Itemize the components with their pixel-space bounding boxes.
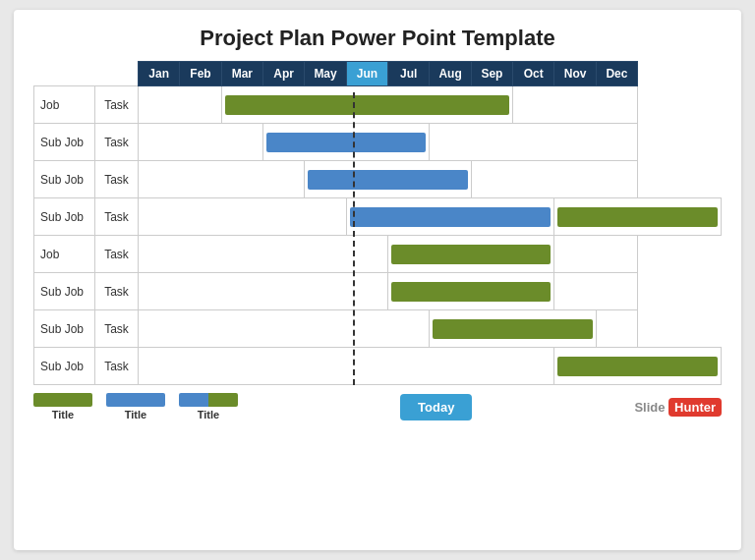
row-task-label: Task (95, 161, 139, 198)
task-bar (433, 319, 592, 339)
header-sep: Sep (471, 62, 512, 86)
gantt-empty-cell (596, 310, 637, 348)
row-type-label: Sub Job (34, 348, 95, 385)
gantt-bar-cell (221, 86, 512, 124)
table-row: Sub JobTask (34, 161, 722, 198)
row-task-label: Task (95, 273, 139, 310)
header-empty2 (95, 62, 139, 86)
table-row: Sub JobTask (34, 198, 722, 236)
header-aug: Aug (430, 62, 471, 86)
legend: Title Title Title (33, 393, 238, 420)
row-type-label: Sub Job (34, 198, 95, 236)
legend-bar-blue (106, 393, 165, 407)
row-task-label: Task (95, 124, 139, 161)
gantt-empty-cell (139, 124, 263, 161)
gantt-empty-cell (139, 310, 430, 348)
row-task-label: Task (95, 348, 139, 385)
task-bar (391, 282, 551, 302)
gantt-empty-cell (471, 161, 637, 198)
slide-title: Project Plan Power Point Template (33, 26, 722, 51)
gantt-table-container: Jan Feb Mar Apr May Jun Jul Aug Sep Oct … (33, 61, 722, 385)
row-task-label: Task (95, 236, 139, 273)
gantt-empty-cell (554, 236, 638, 273)
table-row: JobTask (34, 236, 722, 273)
table-row: Sub JobTask (34, 124, 722, 161)
legend-label-green: Title (52, 409, 74, 420)
legend-label-blue: Title (125, 409, 146, 420)
row-task-label: Task (95, 310, 139, 348)
row-task-label: Task (95, 198, 139, 236)
task-bar (308, 170, 467, 190)
gantt-empty-cell (139, 273, 388, 310)
gantt-bar-cell (305, 161, 471, 198)
row-type-label: Sub Job (34, 310, 95, 348)
table-row: Sub JobTask (34, 348, 722, 385)
header-oct: Oct (513, 62, 554, 86)
row-type-label: Sub Job (34, 273, 95, 310)
gantt-empty-cell (139, 161, 305, 198)
today-button[interactable]: Today (400, 394, 472, 420)
gantt-empty-cell (513, 86, 638, 124)
header-nov: Nov (554, 62, 596, 86)
slide-container: Project Plan Power Point Template Jan Fe… (14, 10, 741, 550)
task-bar (350, 207, 552, 227)
table-row: JobTask (34, 86, 722, 124)
header-jul: Jul (388, 62, 430, 86)
gantt-table: Jan Feb Mar Apr May Jun Jul Aug Sep Oct … (33, 61, 722, 385)
row-type-label: Sub Job (34, 161, 95, 198)
gantt-bar-cell (554, 348, 722, 385)
legend-label-mixed: Title (198, 409, 219, 420)
bottom-section: Title Title Title Today Slide Hunter (33, 393, 722, 420)
branding: Slide Hunter (634, 400, 722, 415)
legend-bar-green (33, 393, 92, 407)
legend-bar-mixed (179, 393, 238, 407)
legend-item-blue: Title (106, 393, 165, 420)
header-jun: Jun (346, 62, 387, 86)
table-row: Sub JobTask (34, 310, 722, 348)
row-type-label: Job (34, 86, 95, 124)
row-type-label: Sub Job (34, 124, 95, 161)
gantt-bar-cell (430, 310, 596, 348)
row-type-label: Job (34, 236, 95, 273)
hunter-label: Hunter (668, 398, 722, 417)
task-bar (266, 133, 426, 152)
gantt-empty-cell (430, 124, 638, 161)
gantt-bar-cell (346, 198, 554, 236)
row-task-label: Task (95, 86, 139, 124)
gantt-empty-cell (139, 236, 388, 273)
header-empty1 (34, 62, 95, 86)
gantt-bar-cell (263, 124, 430, 161)
legend-item-mixed: Title (179, 393, 238, 420)
gantt-bar-cell (388, 236, 554, 273)
gantt-empty-cell (139, 86, 222, 124)
table-row: Sub JobTask (34, 273, 722, 310)
legend-item-green: Title (33, 393, 92, 420)
header-feb: Feb (180, 62, 221, 86)
gantt-empty-cell (139, 348, 554, 385)
gantt-bar-cell (388, 273, 554, 310)
task-bar (391, 245, 551, 264)
task-bar (557, 207, 718, 227)
header-jan: Jan (139, 62, 180, 86)
task-bar (557, 357, 718, 376)
header-may: May (305, 62, 346, 86)
gantt-empty-cell (139, 198, 347, 236)
gantt-bar-cell (554, 198, 722, 236)
gantt-empty-cell (554, 273, 638, 310)
header-mar: Mar (221, 62, 262, 86)
header-apr: Apr (263, 62, 305, 86)
header-dec: Dec (596, 62, 637, 86)
task-bar (225, 95, 509, 115)
